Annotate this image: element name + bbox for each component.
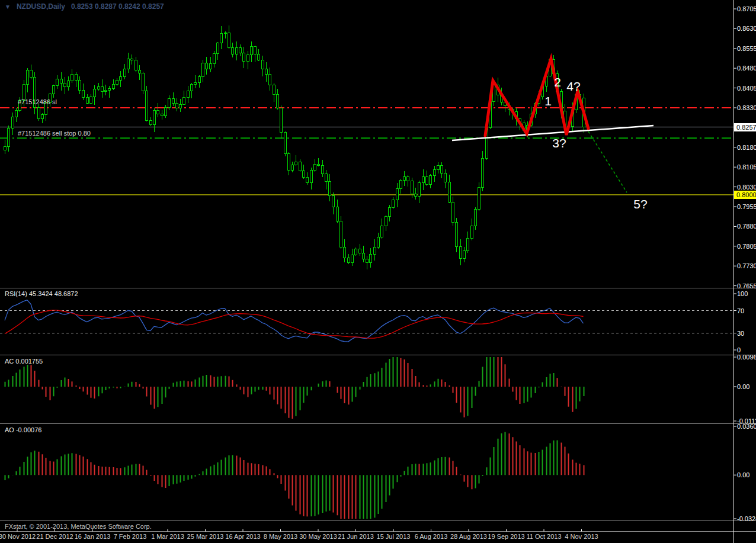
date-label: 15 Jul 2013 — [377, 533, 411, 540]
pane-title-rsi: RSI(14) 45.3424 48.6872 — [5, 290, 78, 297]
price-tick-label: 0.8630 — [737, 25, 756, 33]
rsi-tick-label: 30 — [737, 329, 744, 337]
price-tick-label: 0.8030 — [737, 183, 756, 191]
rsi-tick-label: 100 — [737, 290, 748, 298]
date-label: 28 Aug 2013 — [450, 533, 487, 540]
price-tick-label: 0.8180 — [737, 143, 756, 151]
price-tick-label: 0.8330 — [737, 104, 756, 111]
ao-tick-label: 0.03609 — [737, 423, 756, 430]
candle-wicks — [5, 25, 584, 269]
ac-tick-label: 0.009612 — [737, 354, 756, 361]
symbol-dropdown-icon[interactable]: ▼ — [5, 4, 11, 10]
price-tick-label: 0.7655 — [737, 282, 756, 290]
copyright-text: FXstart, © 2001-2013, MetaQuotes Softwar… — [5, 523, 152, 530]
price-tick-label: 0.8555 — [737, 44, 756, 52]
order-stoploss-label[interactable]: #71512486 sl — [18, 98, 57, 105]
price-tick-label: 0.8105 — [737, 163, 756, 171]
price-tick-label: 0.7805 — [737, 242, 756, 250]
date-label: 7 Feb 2013 — [114, 533, 147, 540]
wave-label-1: 1 — [544, 94, 552, 108]
date-label: 16 Jan 2013 — [75, 533, 111, 540]
ac-tick-label: 0.00 — [737, 383, 749, 390]
date-label: 1 Mar 2013 — [151, 533, 184, 540]
ohlc-values: 0.8253 0.8287 0.8242 0.8257 — [71, 2, 164, 11]
symbol-header[interactable]: ▼ NZDUSD,Daily 0.8253 0.8287 0.8242 0.82… — [5, 2, 164, 11]
mt4-chart-window: ▼ NZDUSD,Daily 0.8253 0.8287 0.8242 0.82… — [0, 0, 756, 543]
candlesticks[interactable] — [4, 25, 585, 269]
date-label: 21 Dec 2012 — [36, 533, 73, 540]
date-label: 8 May 2013 — [264, 533, 297, 540]
ao-tick-label: 0.00 — [737, 471, 749, 479]
date-label: 16 Apr 2013 — [225, 533, 260, 540]
date-label: 19 Sep 2013 — [488, 533, 524, 540]
sell-stop-price-label: 0.8000 — [734, 191, 756, 199]
ao-tick-label: -0.0324 — [737, 515, 756, 522]
wave-label-3q: 3? — [552, 136, 566, 150]
date-label: 11 Oct 2013 — [526, 533, 561, 540]
rsi-signal-line — [5, 310, 584, 339]
chart-canvas[interactable] — [0, 0, 756, 543]
price-tick-label: 0.8405 — [737, 84, 756, 92]
price-tick-label: 0.8705 — [737, 5, 756, 13]
date-label: 25 Mar 2013 — [187, 533, 224, 540]
date-label: 21 Jun 2013 — [338, 533, 374, 540]
symbol-title: NZDUSD,Daily — [17, 2, 65, 11]
price-tick-label: 0.7730 — [737, 262, 756, 270]
price-tick-label: 0.7955 — [737, 203, 756, 210]
date-label: 4 Nov 2013 — [565, 533, 598, 540]
price-tick-label: 0.7880 — [737, 223, 756, 230]
pane-title-ac: AC 0.001755 — [5, 358, 43, 365]
wave-label-4q: 4? — [566, 79, 580, 94]
date-label: 30 Nov 2012 — [0, 533, 36, 540]
wave-label-2: 2 — [554, 75, 561, 89]
ac-up-bars — [5, 357, 584, 416]
wave-label-5q: 5? — [633, 197, 647, 211]
current-price-label: 0.8257 — [734, 123, 756, 131]
projection-line[interactable] — [588, 131, 627, 192]
date-label: 6 Aug 2013 — [415, 533, 448, 540]
order-sellstop-label[interactable]: #71512486 sell stop 0.80 — [18, 130, 91, 137]
pane-title-ao: AO -0.00076 — [5, 426, 41, 433]
candle-bodies — [4, 33, 585, 262]
price-tick-label: 0.8480 — [737, 65, 756, 72]
date-label: 30 May 2013 — [299, 533, 337, 540]
ac-down-bars — [31, 357, 573, 419]
rsi-tick-label: 70 — [737, 307, 744, 314]
